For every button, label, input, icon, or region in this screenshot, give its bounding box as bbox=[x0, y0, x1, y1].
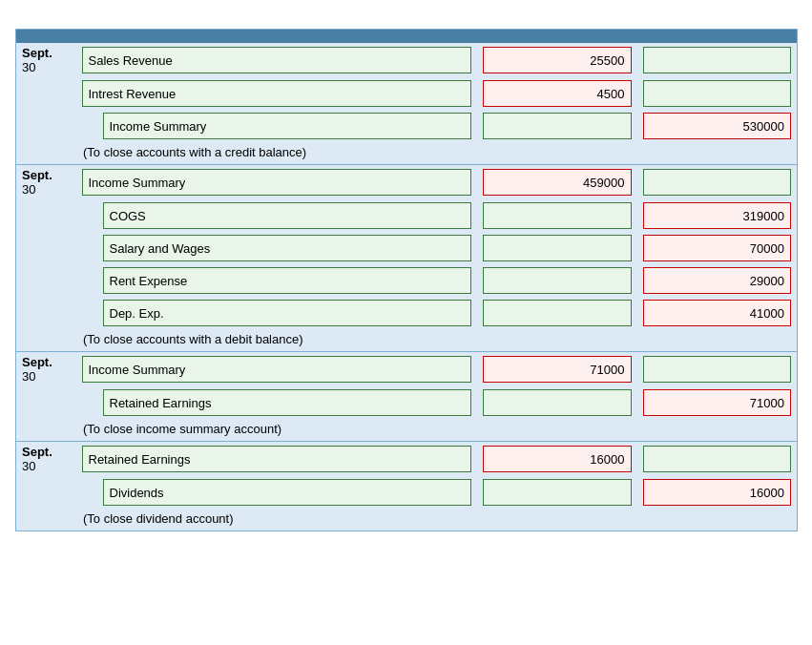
credit-input[interactable] bbox=[643, 47, 792, 73]
debit-cell[interactable] bbox=[477, 110, 637, 142]
debit-input[interactable] bbox=[483, 267, 632, 294]
account-input[interactable]: Income Summary bbox=[82, 169, 471, 196]
date-cell bbox=[16, 199, 76, 232]
account-cell[interactable]: Rent Expense bbox=[76, 264, 477, 297]
credit-input[interactable] bbox=[643, 169, 792, 196]
account-input[interactable]: Rent Expense bbox=[103, 267, 471, 294]
account-input[interactable]: Dep. Exp. bbox=[103, 300, 471, 326]
account-cell[interactable]: Sales Revenue bbox=[76, 43, 477, 77]
account-cell[interactable]: Salary and Wages bbox=[76, 232, 477, 264]
header-credit bbox=[637, 30, 798, 44]
account-cell[interactable]: Retained Earnings bbox=[76, 442, 477, 477]
debit-input[interactable] bbox=[483, 479, 632, 506]
date-cell bbox=[16, 264, 76, 297]
note-text: (To close income summary account) bbox=[16, 419, 798, 442]
note-text: (To close accounts with a credit balance… bbox=[16, 142, 798, 165]
debit-input[interactable] bbox=[483, 300, 632, 326]
credit-input[interactable] bbox=[643, 446, 792, 472]
debit-input[interactable]: 71000 bbox=[483, 356, 632, 383]
table-row: Sept.30Sales Revenue25500 bbox=[16, 43, 798, 77]
table-row: Rent Expense29000 bbox=[16, 264, 798, 297]
table-row: Intrest Revenue4500 bbox=[16, 77, 798, 110]
credit-input[interactable]: 16000 bbox=[643, 479, 792, 506]
credit-cell[interactable] bbox=[637, 77, 798, 110]
account-input[interactable]: Retained Earnings bbox=[82, 446, 471, 472]
account-input[interactable]: Sales Revenue bbox=[82, 47, 471, 73]
account-input[interactable]: Income Summary bbox=[103, 113, 471, 139]
account-cell[interactable]: Income Summary bbox=[76, 165, 477, 200]
account-input[interactable]: Intrest Revenue bbox=[82, 80, 471, 107]
credit-cell[interactable] bbox=[637, 43, 798, 77]
table-row: Salary and Wages70000 bbox=[16, 232, 798, 264]
table-row: Income Summary530000 bbox=[16, 110, 798, 142]
credit-input[interactable]: 70000 bbox=[643, 235, 792, 261]
debit-input[interactable] bbox=[483, 202, 632, 229]
table-row: Retained Earnings71000 bbox=[16, 386, 798, 419]
debit-input[interactable] bbox=[483, 113, 632, 139]
account-input[interactable]: Income Summary bbox=[82, 356, 471, 383]
credit-cell[interactable]: 71000 bbox=[637, 386, 798, 419]
account-input[interactable]: Dividends bbox=[103, 479, 471, 506]
account-input[interactable]: Retained Earnings bbox=[103, 389, 471, 416]
debit-input[interactable]: 25500 bbox=[483, 47, 632, 73]
credit-input[interactable]: 71000 bbox=[643, 389, 792, 416]
account-input[interactable]: Salary and Wages bbox=[103, 235, 471, 261]
debit-cell[interactable] bbox=[477, 476, 637, 509]
credit-input[interactable]: 319000 bbox=[643, 202, 792, 229]
date-cell bbox=[16, 110, 76, 142]
table-row: COGS319000 bbox=[16, 199, 798, 232]
credit-input[interactable] bbox=[643, 80, 792, 107]
credit-cell[interactable] bbox=[637, 442, 798, 477]
debit-input[interactable] bbox=[483, 235, 632, 261]
credit-cell[interactable]: 319000 bbox=[637, 199, 798, 232]
account-cell[interactable]: Income Summary bbox=[76, 352, 477, 387]
credit-cell[interactable]: 70000 bbox=[637, 232, 798, 264]
credit-cell[interactable] bbox=[637, 165, 798, 200]
journal-table: Sept.30Sales Revenue25500Intrest Revenue… bbox=[15, 29, 798, 531]
account-input[interactable]: COGS bbox=[103, 202, 471, 229]
date-cell: Sept.30 bbox=[16, 43, 76, 77]
note-row: (To close income summary account) bbox=[16, 419, 798, 442]
note-row: (To close accounts with a credit balance… bbox=[16, 142, 798, 165]
account-cell[interactable]: Income Summary bbox=[76, 110, 477, 142]
credit-cell[interactable] bbox=[637, 352, 798, 387]
credit-input[interactable]: 29000 bbox=[643, 267, 792, 294]
debit-cell[interactable]: 16000 bbox=[477, 442, 637, 477]
header-debit bbox=[477, 30, 637, 44]
date-cell: Sept.30 bbox=[16, 165, 76, 200]
credit-cell[interactable]: 41000 bbox=[637, 297, 798, 329]
date-cell bbox=[16, 386, 76, 419]
account-cell[interactable]: COGS bbox=[76, 199, 477, 232]
account-cell[interactable]: Intrest Revenue bbox=[76, 77, 477, 110]
credit-cell[interactable]: 16000 bbox=[637, 476, 798, 509]
debit-input[interactable]: 4500 bbox=[483, 80, 632, 107]
debit-input[interactable] bbox=[483, 389, 632, 416]
date-cell: Sept.30 bbox=[16, 352, 76, 387]
credit-cell[interactable]: 29000 bbox=[637, 264, 798, 297]
credit-input[interactable]: 41000 bbox=[643, 300, 792, 326]
debit-cell[interactable] bbox=[477, 199, 637, 232]
note-row: (To close accounts with a debit balance) bbox=[16, 329, 798, 352]
debit-cell[interactable] bbox=[477, 297, 637, 329]
date-cell bbox=[16, 297, 76, 329]
debit-cell[interactable] bbox=[477, 264, 637, 297]
debit-cell[interactable]: 71000 bbox=[477, 352, 637, 387]
credit-input[interactable] bbox=[643, 356, 792, 383]
account-cell[interactable]: Retained Earnings bbox=[76, 386, 477, 419]
header-date bbox=[16, 30, 76, 44]
credit-cell[interactable]: 530000 bbox=[637, 110, 798, 142]
date-cell bbox=[16, 232, 76, 264]
debit-input[interactable]: 459000 bbox=[483, 169, 632, 196]
debit-cell[interactable]: 4500 bbox=[477, 77, 637, 110]
account-cell[interactable]: Dividends bbox=[76, 476, 477, 509]
note-row: (To close dividend account) bbox=[16, 509, 798, 531]
credit-input[interactable]: 530000 bbox=[643, 113, 792, 139]
debit-cell[interactable] bbox=[477, 386, 637, 419]
debit-cell[interactable]: 25500 bbox=[477, 43, 637, 77]
debit-cell[interactable] bbox=[477, 232, 637, 264]
date-cell bbox=[16, 77, 76, 110]
note-text: (To close dividend account) bbox=[16, 509, 798, 531]
account-cell[interactable]: Dep. Exp. bbox=[76, 297, 477, 329]
debit-cell[interactable]: 459000 bbox=[477, 165, 637, 200]
debit-input[interactable]: 16000 bbox=[483, 446, 632, 472]
